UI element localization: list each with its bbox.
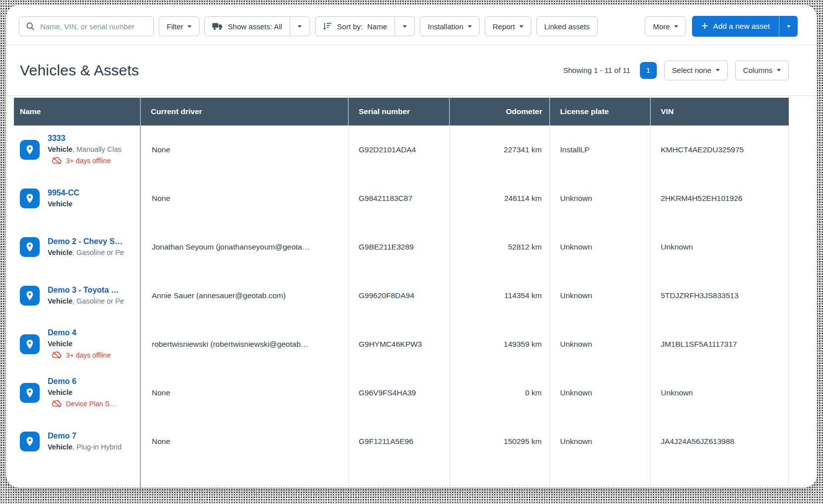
asset-type-text: Vehicle, Plug-in Hybrid bbox=[48, 441, 122, 452]
asset-name-link[interactable]: Demo 3 - Toyota … bbox=[48, 285, 124, 296]
linked-assets-button[interactable]: Linked assets bbox=[536, 16, 598, 36]
truck-icon bbox=[212, 22, 223, 31]
show-assets-group: Show assets: All bbox=[204, 16, 310, 36]
installation-button[interactable]: Installation bbox=[420, 16, 480, 36]
table-filler-row bbox=[14, 466, 789, 488]
caret-down-icon bbox=[777, 69, 781, 71]
current-driver-cell: None bbox=[141, 369, 349, 417]
show-assets-dropdown-button[interactable] bbox=[290, 16, 310, 36]
vin-cell: Unknown bbox=[651, 223, 789, 271]
page-1-button[interactable]: 1 bbox=[640, 62, 657, 79]
asset-warning: 3+ days offline bbox=[48, 349, 111, 361]
asset-name-link[interactable]: Demo 4 bbox=[48, 327, 111, 338]
name-cell: Demo 2 - Chevy S… Vehicle, Gasoline or P… bbox=[14, 223, 141, 271]
asset-warning-text: 3+ days offline bbox=[66, 155, 111, 167]
page-title: Vehicles & Assets bbox=[20, 62, 139, 79]
asset-type-text: Vehicle bbox=[48, 198, 79, 209]
asset-type-bold: Vehicle bbox=[48, 249, 72, 256]
license-plate-cell: Unknown bbox=[550, 271, 651, 320]
page-header-right: Showing 1 - 11 of 11 1 Select none Colum… bbox=[563, 61, 789, 80]
plus-icon: + bbox=[701, 20, 708, 32]
caret-down-icon bbox=[674, 25, 678, 28]
license-plate-cell: Unknown bbox=[550, 223, 651, 271]
odometer-cell: 149359 km bbox=[450, 320, 550, 369]
serial-number-cell: G96V9FS4HA39 bbox=[349, 369, 450, 417]
asset-name-link[interactable]: 3333 bbox=[48, 133, 122, 144]
asset-type-bold: Vehicle bbox=[48, 388, 72, 396]
vin-cell: Unknown bbox=[651, 369, 789, 417]
column-header-vin[interactable]: VIN bbox=[651, 98, 789, 126]
license-plate-cell: Unknown bbox=[550, 417, 651, 466]
odometer-cell: 52812 km bbox=[450, 223, 550, 271]
asset-name-link[interactable]: Demo 6 bbox=[48, 376, 117, 387]
asset-pin-icon bbox=[20, 140, 40, 160]
table-row[interactable]: 9954-CC Vehicle None G98421183C87 bbox=[14, 174, 789, 223]
table-row[interactable]: 3333 Vehicle, Manually Clas 3+ days offl… bbox=[14, 126, 789, 174]
caret-down-icon bbox=[468, 25, 472, 28]
caret-down-icon bbox=[188, 25, 191, 28]
show-assets-button[interactable]: Show assets: All bbox=[204, 16, 290, 36]
asset-name-link[interactable]: 9954-CC bbox=[48, 188, 79, 198]
column-header-current-driver[interactable]: Current driver bbox=[141, 98, 349, 126]
more-button[interactable]: More bbox=[645, 16, 686, 36]
serial-number-cell: G92D2101ADA4 bbox=[349, 126, 450, 174]
asset-name-link[interactable]: Demo 2 - Chevy S… bbox=[48, 236, 124, 247]
odometer-cell: 150295 km bbox=[450, 417, 550, 466]
sort-by-dropdown-button[interactable] bbox=[395, 16, 415, 36]
serial-number-cell: G9HYMC46KPW3 bbox=[349, 320, 450, 369]
asset-pin-icon bbox=[20, 432, 40, 451]
asset-name-link[interactable]: Demo 7 bbox=[48, 431, 122, 441]
asset-pin-icon bbox=[20, 189, 40, 208]
column-header-name[interactable]: Name bbox=[14, 98, 141, 126]
table-header-row: Name Current driver Serial number Odomet… bbox=[14, 98, 789, 126]
asset-warning: Device Plan S… bbox=[48, 398, 117, 410]
caret-down-icon bbox=[403, 25, 407, 28]
asset-warning: 3+ days offline bbox=[48, 155, 122, 167]
license-plate-cell: Unknown bbox=[550, 174, 651, 223]
table-body: 3333 Vehicle, Manually Clas 3+ days offl… bbox=[14, 126, 789, 466]
select-none-button[interactable]: Select none bbox=[664, 61, 728, 80]
asset-type-text: Vehicle bbox=[48, 387, 117, 398]
vin-cell: JA4J24A56JZ613988 bbox=[651, 417, 789, 466]
name-cell: 3333 Vehicle, Manually Clas 3+ days offl… bbox=[14, 126, 141, 174]
cloud-offline-icon bbox=[52, 157, 62, 165]
table-row[interactable]: Demo 4 Vehicle 3+ days offline robertwis… bbox=[14, 320, 789, 369]
table-row[interactable]: Demo 2 - Chevy S… Vehicle, Gasoline or P… bbox=[14, 223, 789, 271]
sort-ascending-icon bbox=[323, 21, 333, 31]
filter-button[interactable]: Filter bbox=[159, 16, 199, 36]
search-input[interactable] bbox=[40, 22, 147, 31]
search-box[interactable] bbox=[19, 16, 154, 36]
current-driver-cell: None bbox=[141, 126, 349, 174]
add-asset-dropdown-button[interactable] bbox=[779, 16, 798, 37]
add-asset-split-button: + Add a new asset bbox=[692, 16, 798, 37]
column-header-serial-number[interactable]: Serial number bbox=[349, 98, 450, 126]
toolbar-right: More + Add a new asset bbox=[645, 16, 798, 37]
columns-button[interactable]: Columns bbox=[735, 61, 789, 80]
add-new-asset-button[interactable]: + Add a new asset bbox=[692, 16, 779, 37]
sort-by-button[interactable]: Sort by: Name bbox=[315, 16, 395, 36]
caret-down-icon bbox=[716, 69, 720, 71]
asset-type-text: Vehicle, Gasoline or Pe bbox=[48, 296, 124, 307]
name-cell: Demo 3 - Toyota … Vehicle, Gasoline or P… bbox=[14, 271, 141, 320]
name-cell: Demo 4 Vehicle 3+ days offline bbox=[14, 320, 141, 369]
asset-type-bold: Vehicle bbox=[48, 145, 72, 153]
table-row[interactable]: Demo 6 Vehicle Device Plan S… None G9 bbox=[14, 369, 789, 417]
odometer-cell: 0 km bbox=[450, 369, 550, 417]
table-row[interactable]: Demo 7 Vehicle, Plug-in Hybrid None bbox=[14, 417, 789, 466]
column-header-odometer[interactable]: Odometer bbox=[450, 98, 550, 126]
asset-pin-icon bbox=[20, 383, 40, 403]
asset-type-bold: Vehicle bbox=[48, 340, 72, 348]
table-row[interactable]: Demo 3 - Toyota … Vehicle, Gasoline or P… bbox=[14, 271, 789, 320]
report-button[interactable]: Report bbox=[485, 16, 531, 36]
vin-cell: JM1BL1SF5A1117317 bbox=[651, 320, 789, 369]
current-driver-cell: Jonathan Seyoum (jonathanseyoum@geota… bbox=[141, 223, 349, 271]
asset-type-text: Vehicle, Gasoline or Pe bbox=[48, 247, 124, 258]
asset-type-text: Vehicle bbox=[48, 338, 111, 349]
serial-number-cell: G98421183C87 bbox=[349, 174, 450, 223]
column-header-license-plate[interactable]: License plate bbox=[550, 98, 651, 126]
asset-type-detail: , Manually Clas bbox=[72, 145, 122, 153]
odometer-cell: 114354 km bbox=[450, 271, 550, 320]
current-driver-cell: None bbox=[141, 174, 349, 223]
asset-type-bold: Vehicle bbox=[48, 200, 72, 208]
sort-by-label: Sort by: bbox=[337, 22, 363, 31]
